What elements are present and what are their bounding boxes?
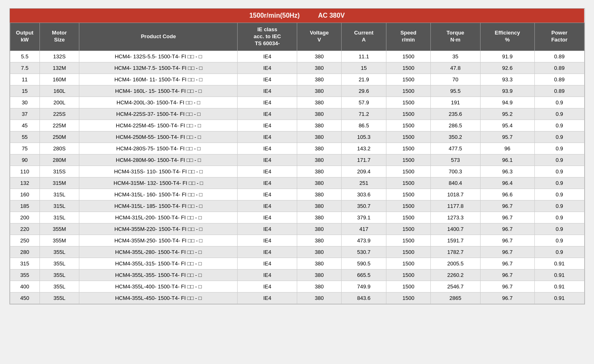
- cell-speed: 1500: [386, 97, 430, 108]
- cell-voltage: 380: [297, 143, 341, 154]
- title-row: 1500r/min(50Hz) AC 380V: [10, 9, 584, 23]
- cell-speed: 1500: [386, 154, 430, 166]
- cell-torque: 95.5: [431, 85, 480, 97]
- cell-product: HCM4-200L-30- 1500-T4- FI □□ - □: [79, 97, 238, 108]
- cell-speed: 1500: [386, 120, 430, 131]
- cell-ie: IE4: [238, 62, 297, 74]
- cell-product: HCM4- 160L- 15- 1500-T4- FI □□ - □: [79, 85, 238, 97]
- cell-current: 209.4: [342, 166, 386, 177]
- cell-torque: 2865: [431, 292, 480, 304]
- cell-torque: 477.5: [431, 143, 480, 154]
- cell-output: 5.5: [10, 51, 39, 62]
- cell-output: 75: [10, 143, 39, 154]
- table-row: 55250MHCM4-250M-55- 1500-T4- FI □□ - □IE…: [10, 131, 584, 143]
- cell-ie: IE4: [238, 281, 297, 292]
- table-row: 200315LHCM4-315L-200- 1500-T4- FI □□ - □…: [10, 212, 584, 223]
- cell-ie: IE4: [238, 200, 297, 212]
- cell-speed: 1500: [386, 51, 430, 62]
- cell-current: 29.6: [342, 85, 386, 97]
- cell-ie: IE4: [238, 143, 297, 154]
- cell-efficiency: 96.1: [480, 154, 534, 166]
- cell-voltage: 380: [297, 108, 341, 120]
- header-row: OutputkW MotorSize Product Code IE class…: [10, 23, 584, 51]
- table-row: 75280SHCM4-280S-75- 1500-T4- FI □□ - □IE…: [10, 143, 584, 154]
- cell-motor: 132S: [39, 51, 79, 62]
- header-ie: IE classacc. to IECTS 60034-: [238, 23, 297, 51]
- cell-current: 530.7: [342, 246, 386, 258]
- cell-motor: 355M: [39, 223, 79, 235]
- cell-pf: 0.9: [535, 166, 585, 177]
- cell-efficiency: 96.6: [480, 189, 534, 200]
- cell-ie: IE4: [238, 97, 297, 108]
- cell-ie: IE4: [238, 74, 297, 85]
- cell-product: HCM4- 132S-5.5- 1500-T4- FI □□ - □: [79, 51, 238, 62]
- cell-voltage: 380: [297, 292, 341, 304]
- header-voltage: VoltageV: [297, 23, 341, 51]
- cell-efficiency: 96.7: [480, 235, 534, 246]
- cell-voltage: 380: [297, 281, 341, 292]
- cell-current: 379.1: [342, 212, 386, 223]
- cell-speed: 1500: [386, 246, 430, 258]
- cell-efficiency: 96.7: [480, 212, 534, 223]
- cell-efficiency: 96: [480, 143, 534, 154]
- table-row: 15160LHCM4- 160L- 15- 1500-T4- FI □□ - □…: [10, 85, 584, 97]
- cell-current: 590.5: [342, 258, 386, 269]
- cell-pf: 0.9: [535, 189, 585, 200]
- cell-pf: 0.91: [535, 281, 585, 292]
- cell-pf: 0.9: [535, 246, 585, 258]
- cell-product: HCM4-355M-220- 1500-T4- FI □□ - □: [79, 223, 238, 235]
- cell-product: HCM4-280S-75- 1500-T4- FI □□ - □: [79, 143, 238, 154]
- cell-output: 185: [10, 200, 39, 212]
- cell-efficiency: 91.9: [480, 51, 534, 62]
- cell-torque: 2546.7: [431, 281, 480, 292]
- cell-ie: IE4: [238, 51, 297, 62]
- cell-pf: 0.9: [535, 143, 585, 154]
- cell-speed: 1500: [386, 223, 430, 235]
- cell-efficiency: 93.9: [480, 85, 534, 97]
- cell-ie: IE4: [238, 131, 297, 143]
- voltage-title: AC 380V: [318, 12, 345, 19]
- cell-current: 665.5: [342, 269, 386, 281]
- cell-current: 11.1: [342, 51, 386, 62]
- cell-current: 171.7: [342, 154, 386, 166]
- cell-output: 220: [10, 223, 39, 235]
- cell-torque: 573: [431, 154, 480, 166]
- header-pf: PowerFactor: [535, 23, 585, 51]
- cell-speed: 1500: [386, 235, 430, 246]
- speed-title: 1500r/min(50Hz): [249, 12, 300, 19]
- cell-voltage: 380: [297, 120, 341, 131]
- table-row: 45225MHCM4-225M-45- 1500-T4- FI □□ - □IE…: [10, 120, 584, 131]
- cell-ie: IE4: [238, 154, 297, 166]
- table-row: 280355LHCM4-355L-280- 1500-T4- FI □□ - □…: [10, 246, 584, 258]
- cell-output: 11: [10, 74, 39, 85]
- table-row: 355355LHCM4-355L-355- 1500-T4- FI □□ - □…: [10, 269, 584, 281]
- cell-speed: 1500: [386, 189, 430, 200]
- cell-speed: 1500: [386, 143, 430, 154]
- cell-voltage: 380: [297, 189, 341, 200]
- cell-motor: 225S: [39, 108, 79, 120]
- cell-pf: 0.9: [535, 131, 585, 143]
- cell-torque: 235.6: [431, 108, 480, 120]
- cell-voltage: 380: [297, 154, 341, 166]
- table-row: 90280MHCM4-280M-90- 1500-T4- FI □□ - □IE…: [10, 154, 584, 166]
- cell-motor: 315S: [39, 166, 79, 177]
- main-table-wrapper: 1500r/min(50Hz) AC 380V OutputkW MotorSi…: [9, 8, 585, 304]
- cell-pf: 0.9: [535, 200, 585, 212]
- cell-ie: IE4: [238, 235, 297, 246]
- cell-torque: 191: [431, 97, 480, 108]
- cell-efficiency: 93.3: [480, 74, 534, 85]
- cell-torque: 2260.2: [431, 269, 480, 281]
- cell-voltage: 380: [297, 235, 341, 246]
- cell-product: HCM4-355L-355- 1500-T4- FI □□ - □: [79, 269, 238, 281]
- cell-output: 30: [10, 97, 39, 108]
- cell-output: 280: [10, 246, 39, 258]
- cell-pf: 0.89: [535, 51, 585, 62]
- cell-voltage: 380: [297, 166, 341, 177]
- cell-voltage: 380: [297, 269, 341, 281]
- cell-product: HCM4-315L- 185- 1500-T4- FI □□ - □: [79, 200, 238, 212]
- header-output: OutputkW: [10, 23, 39, 51]
- table-row: 132315MHCM4-315M- 132- 1500-T4- FI □□ - …: [10, 177, 584, 189]
- header-torque: TorqueN·m: [431, 23, 480, 51]
- cell-current: 71.2: [342, 108, 386, 120]
- cell-ie: IE4: [238, 108, 297, 120]
